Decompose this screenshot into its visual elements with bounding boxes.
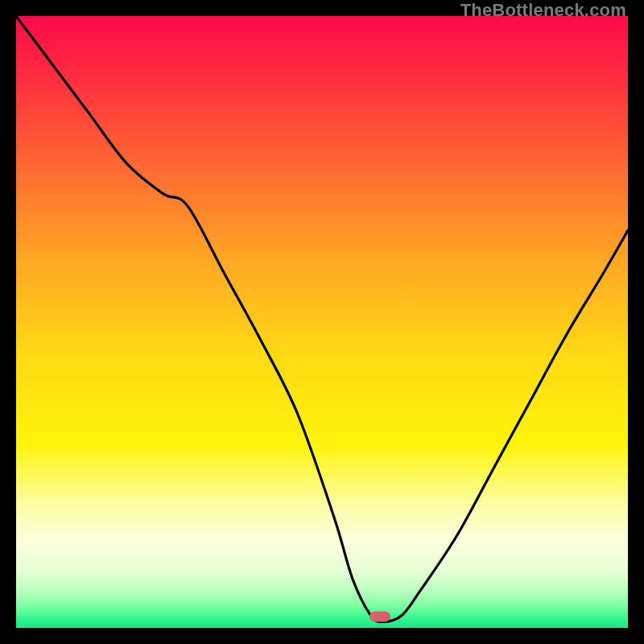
- chart-frame: TheBottleneck.com: [0, 0, 644, 644]
- bottleneck-curve: [16, 16, 628, 628]
- plot-area: [16, 16, 628, 628]
- optimal-marker: [369, 612, 390, 622]
